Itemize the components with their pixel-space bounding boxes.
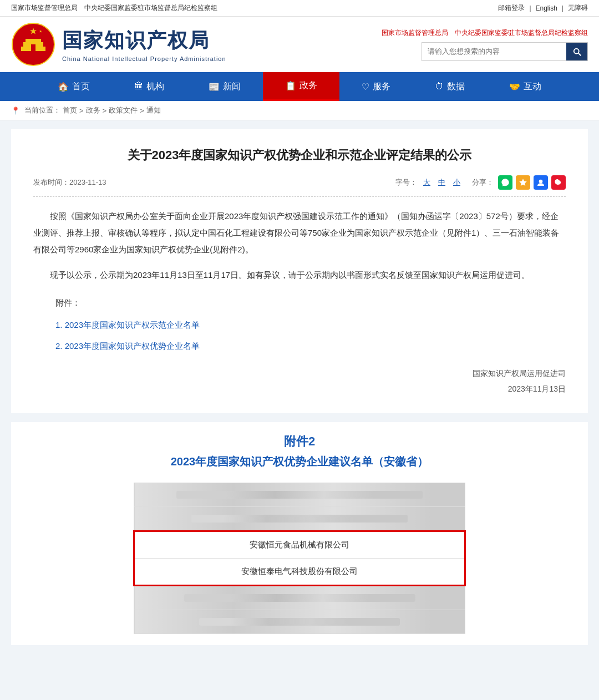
search-input[interactable] [422, 44, 566, 59]
english-link[interactable]: English [536, 4, 557, 12]
blurred-row-2 [134, 507, 465, 531]
nav-home[interactable]: 🏠 首页 [35, 72, 112, 101]
email-login-link[interactable]: 邮箱登录 [498, 3, 525, 13]
footer-date: 2023年11月13日 [33, 381, 566, 397]
attachment-1: 1. 2023年度国家知识产权示范企业名单 [55, 317, 566, 333]
meta-left: 发布时间：2023-11-13 [33, 177, 106, 187]
breadcrumb-label: 当前位置： [24, 105, 60, 115]
nav-affairs[interactable]: 📋 政务 [263, 72, 339, 101]
body-paragraph-2: 现予以公示，公示期为2023年11月13日至11月17日。如有异议，请于公示期内… [33, 267, 566, 283]
breadcrumb: 📍 当前位置： 首页 > 政务 > 政策文件 > 通知 [0, 101, 599, 120]
attachment-link-2[interactable]: 2. 2023年度国家知识产权优势企业名单 [55, 341, 200, 351]
article-meta: 发布时间：2023-11-13 字号： 大 中 小 分享： [33, 175, 566, 197]
wechat-share-icon[interactable] [498, 175, 512, 190]
logo-text: 国家知识产权局 China National Intellectual Prop… [62, 27, 226, 62]
attachments-title: 附件： [55, 295, 566, 311]
breadcrumb-sep-3: > [140, 106, 144, 115]
highlighted-row-1: 安徽恒元食品机械有限公司 [134, 531, 465, 559]
location-icon: 📍 [11, 106, 20, 115]
gov-links: 国家市场监督管理总局 中央纪委国家监委驻市场监督总局纪检监察组 [11, 3, 217, 13]
breadcrumb-affairs[interactable]: 政务 [86, 105, 100, 115]
company-cell-1: 安徽恒元食品机械有限公司 [134, 531, 465, 559]
qq-share-icon[interactable] [534, 175, 548, 190]
company-table: 安徽恒元食品机械有限公司 安徽恒泰电气科技股份有限公司 [133, 483, 466, 634]
breadcrumb-policy[interactable]: 政策文件 [109, 105, 138, 115]
meta-right: 字号： 大 中 小 分享： [395, 175, 566, 190]
annex-subtitle: 2023年度国家知识产权优势企业建议名单（安徽省） [33, 454, 566, 469]
publish-date: 发布时间：2023-11-13 [33, 177, 106, 187]
attachment-2: 2. 2023年度国家知识产权优势企业名单 [55, 338, 566, 354]
company-table-wrapper: 安徽恒元食品机械有限公司 安徽恒泰电气科技股份有限公司 [133, 483, 466, 634]
header-links: 国家市场监督管理总局 中央纪委国家监委驻市场监督总局纪检监察组 [382, 28, 588, 38]
nav-interact[interactable]: 🤝 互动 [487, 72, 564, 101]
national-emblem-icon [11, 22, 55, 67]
nav-data[interactable]: ⏱ 数据 [413, 72, 487, 101]
article-footer: 国家知识产权局运用促进司 2023年11月13日 [33, 366, 566, 397]
share-icons [498, 175, 566, 190]
main-article: 关于2023年度国家知识产权优势企业和示范企业评定结果的公示 发布时间：2023… [11, 129, 588, 413]
svg-rect-4 [26, 39, 41, 43]
separator-2: | [562, 4, 564, 12]
blurred-cell-4 [134, 610, 465, 634]
article-body: 按照《国家知识产权局办公室关于面向企业开展2023年度知识产权强国建设示范工作的… [33, 208, 566, 397]
highlighted-row-2: 安徽恒泰电气科技股份有限公司 [134, 559, 465, 586]
company-cell-2: 安徽恒泰电气科技股份有限公司 [134, 559, 465, 586]
attachment-link-1[interactable]: 1. 2023年度国家知识产权示范企业名单 [55, 320, 200, 329]
gov-link-1[interactable]: 国家市场监督管理总局 [11, 3, 78, 13]
main-nav: 🏠 首页 🏛 机构 📰 新闻 📋 政务 ♡ 服务 ⏱ 数据 🤝 互动 [0, 72, 599, 101]
body-paragraph-1: 按照《国家知识产权局办公室关于面向企业开展2023年度知识产权强国建设示范工作的… [33, 208, 566, 258]
logo-cn-text: 国家知识产权局 [62, 27, 226, 54]
accessibility-link[interactable]: 无障碍 [568, 3, 588, 13]
article-title: 关于2023年度国家知识产权优势企业和示范企业评定结果的公示 [33, 146, 566, 164]
gov-link-2[interactable]: 中央纪委国家监委驻市场监督总局纪检监察组 [84, 3, 217, 13]
annex-section: 附件2 2023年度国家知识产权优势企业建议名单（安徽省） 安徽恒元食品机械有限… [11, 422, 588, 645]
blurred-cell-2 [134, 507, 465, 531]
breadcrumb-sep-2: > [103, 106, 107, 115]
header: 国家知识产权局 China National Intellectual Prop… [0, 17, 599, 72]
logo-en-text: China National Intellectual Property Adm… [62, 55, 226, 62]
blurred-row-4 [134, 610, 465, 634]
blurred-row-3 [134, 586, 465, 610]
search-button[interactable] [566, 43, 587, 60]
search-box [422, 42, 588, 61]
discipline-link[interactable]: 中央纪委国家监委驻市场监督总局纪检监察组 [455, 28, 588, 38]
logo-area: 国家知识产权局 China National Intellectual Prop… [11, 22, 226, 67]
font-small-btn[interactable]: 小 [453, 177, 460, 187]
font-medium-btn[interactable]: 中 [438, 177, 445, 187]
annex-title: 附件2 [33, 433, 566, 450]
blurred-row-1 [134, 483, 465, 507]
header-right: 国家市场监督管理总局 中央纪委国家监委驻市场监督总局纪检监察组 [382, 28, 588, 61]
favorite-share-icon[interactable] [516, 175, 530, 190]
blurred-cell-1 [134, 483, 465, 507]
top-bar: 国家市场监督管理总局 中央纪委国家监委驻市场监督总局纪检监察组 邮箱登录 | E… [0, 0, 599, 17]
breadcrumb-sep-1: > [79, 106, 84, 115]
footer-org: 国家知识产权局运用促进司 [33, 366, 566, 381]
separator-1: | [529, 4, 531, 12]
utility-links: 邮箱登录 | English | 无障碍 [498, 3, 588, 13]
blurred-cell-3 [134, 586, 465, 610]
svg-rect-5 [31, 44, 35, 51]
nav-service[interactable]: ♡ 服务 [339, 72, 413, 101]
nav-institution[interactable]: 🏛 机构 [112, 72, 186, 101]
breadcrumb-home[interactable]: 首页 [63, 105, 77, 115]
market-reg-link[interactable]: 国家市场监督管理总局 [382, 28, 448, 38]
svg-point-8 [539, 180, 543, 184]
font-size-label: 字号： [395, 177, 417, 187]
font-large-btn[interactable]: 大 [423, 177, 430, 187]
search-icon [572, 47, 582, 57]
nav-news[interactable]: 📰 新闻 [186, 72, 263, 101]
share-label: 分享： [472, 177, 494, 187]
weibo-share-icon[interactable] [551, 175, 566, 190]
attachments: 附件： 1. 2023年度国家知识产权示范企业名单 2. 2023年度国家知识产… [33, 295, 566, 354]
breadcrumb-current: 通知 [146, 105, 161, 115]
